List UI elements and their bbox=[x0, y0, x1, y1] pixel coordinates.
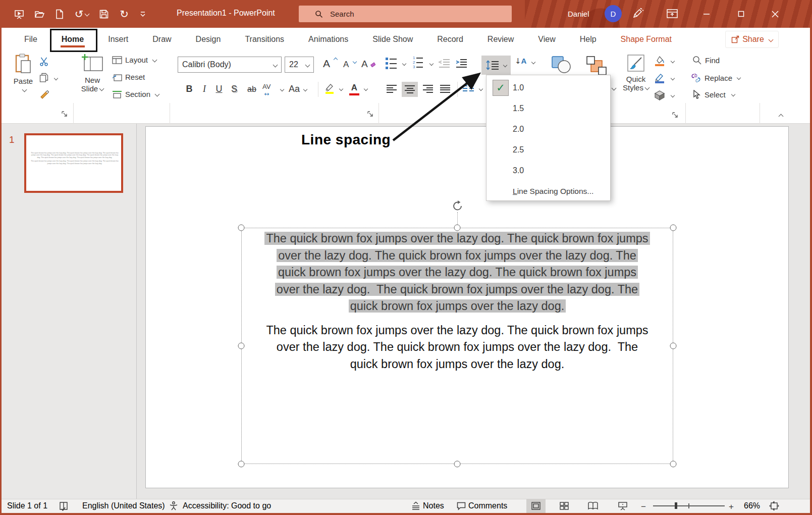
accessibility-icon[interactable] bbox=[169, 501, 179, 513]
minimize-button[interactable] bbox=[691, 0, 722, 28]
new-file-icon[interactable] bbox=[49, 4, 70, 24]
find-button[interactable]: Find bbox=[692, 56, 720, 65]
tab-design[interactable]: Design bbox=[184, 28, 233, 50]
font-name-combo[interactable]: Calibri (Body) bbox=[178, 57, 282, 73]
text-highlight-button[interactable] bbox=[324, 83, 335, 96]
slide-indicator[interactable]: Slide 1 of 1 bbox=[7, 501, 47, 510]
search-box[interactable]: Search bbox=[299, 6, 512, 22]
zoom-level[interactable]: 66% bbox=[744, 501, 760, 510]
align-center-button[interactable] bbox=[402, 82, 418, 97]
resize-handle-bottom-left[interactable] bbox=[238, 461, 245, 468]
zoom-out-button[interactable]: − bbox=[641, 502, 646, 512]
clear-formatting-button[interactable]: A bbox=[361, 59, 375, 70]
cut-button[interactable] bbox=[39, 57, 49, 69]
slide-sorter-view-button[interactable] bbox=[555, 499, 574, 513]
drawing-dialog-launcher-icon[interactable] bbox=[672, 111, 678, 120]
text-direction-button[interactable]: ↓A bbox=[515, 57, 526, 66]
menu-item-3-0[interactable]: 3.0 bbox=[486, 160, 610, 181]
reading-view-button[interactable] bbox=[583, 499, 603, 513]
align-right-button[interactable] bbox=[423, 85, 433, 93]
section-button[interactable]: Section bbox=[112, 90, 159, 98]
change-case-button[interactable]: Aa bbox=[289, 84, 307, 94]
quick-styles-button[interactable]: Quick Styles bbox=[621, 54, 651, 92]
layout-button[interactable]: Layout bbox=[112, 56, 156, 64]
numbering-button[interactable]: 123 bbox=[413, 56, 423, 69]
resize-handle-top-center[interactable] bbox=[454, 225, 461, 231]
normal-view-button[interactable] bbox=[526, 499, 546, 513]
tab-shape-format[interactable]: Shape Format bbox=[609, 28, 684, 50]
tab-view[interactable]: View bbox=[526, 28, 567, 50]
resize-handle-middle-right[interactable] bbox=[670, 343, 677, 349]
justify-button[interactable] bbox=[440, 85, 450, 93]
select-button[interactable]: Select bbox=[692, 90, 735, 99]
comments-icon[interactable] bbox=[456, 501, 466, 513]
zoom-in-button[interactable]: + bbox=[729, 502, 734, 512]
notes-icon[interactable] bbox=[411, 501, 421, 513]
slide-thumbnail[interactable]: The quick brown fox jumps over the lazy … bbox=[24, 133, 123, 193]
bold-button[interactable]: B bbox=[183, 84, 196, 94]
tab-record[interactable]: Record bbox=[425, 28, 475, 50]
user-avatar[interactable]: D bbox=[605, 5, 622, 22]
tab-help[interactable]: Help bbox=[568, 28, 609, 50]
tab-file[interactable]: File bbox=[12, 28, 49, 50]
resize-handle-bottom-center[interactable] bbox=[454, 461, 461, 468]
resize-handle-top-left[interactable] bbox=[238, 225, 245, 231]
strikethrough-button[interactable]: ab bbox=[244, 85, 259, 94]
language-indicator[interactable]: English (United States) bbox=[82, 501, 165, 510]
grow-font-button[interactable]: A bbox=[323, 58, 337, 70]
replace-button[interactable]: b c Replace bbox=[690, 73, 740, 83]
undo-button[interactable]: ↺ bbox=[70, 4, 94, 24]
resize-handle-middle-left[interactable] bbox=[238, 343, 245, 349]
menu-item-1-0[interactable]: ✓ 1.0 bbox=[486, 77, 610, 98]
collapse-ribbon-icon[interactable] bbox=[777, 112, 783, 121]
align-left-button[interactable] bbox=[387, 85, 397, 93]
open-file-icon[interactable] bbox=[29, 4, 49, 24]
menu-item-2-5[interactable]: 2.5 bbox=[486, 139, 610, 160]
share-button[interactable]: Share bbox=[725, 31, 779, 48]
line-spacing-button[interactable] bbox=[481, 56, 511, 75]
close-button[interactable] bbox=[760, 0, 790, 28]
save-button[interactable] bbox=[94, 4, 114, 24]
tab-slide-show[interactable]: Slide Show bbox=[360, 28, 425, 50]
increase-indent-button[interactable] bbox=[455, 59, 467, 70]
shrink-font-button[interactable]: A bbox=[343, 60, 356, 70]
paste-button[interactable]: Paste bbox=[9, 54, 37, 94]
shape-outline-button[interactable] bbox=[654, 73, 665, 86]
maximize-button[interactable] bbox=[726, 0, 756, 28]
resize-handle-top-right[interactable] bbox=[670, 225, 677, 231]
font-color-button[interactable]: A bbox=[349, 83, 359, 95]
notes-toggle[interactable]: Notes bbox=[423, 501, 444, 510]
zoom-slider-thumb[interactable] bbox=[675, 502, 677, 509]
bullets-button[interactable] bbox=[386, 58, 397, 69]
customize-qat-icon[interactable] bbox=[134, 4, 151, 24]
italic-button[interactable]: I bbox=[199, 84, 210, 94]
menu-item-line-spacing-options[interactable]: Line Spacing Options... bbox=[486, 181, 610, 201]
tab-draw[interactable]: Draw bbox=[140, 28, 183, 50]
slide-text[interactable]: The quick brown fox jumps over the lazy … bbox=[242, 230, 673, 373]
slideshow-view-button[interactable] bbox=[613, 499, 632, 513]
comments-toggle[interactable]: Comments bbox=[468, 501, 507, 510]
redo-icon[interactable]: ↻ bbox=[114, 4, 134, 24]
shape-effects-button[interactable] bbox=[654, 90, 665, 103]
shape-fill-button[interactable] bbox=[654, 56, 665, 69]
copy-button[interactable] bbox=[39, 73, 48, 85]
menu-item-1-5[interactable]: 1.5 bbox=[486, 98, 610, 119]
user-name[interactable]: Daniel bbox=[568, 10, 589, 18]
rotate-handle-icon[interactable] bbox=[452, 200, 464, 214]
clipboard-dialog-launcher-icon[interactable] bbox=[62, 110, 68, 119]
new-slide-button[interactable]: New Slide bbox=[78, 54, 107, 93]
menu-item-2-0[interactable]: 2.0 bbox=[486, 119, 610, 139]
format-painter-button[interactable] bbox=[39, 90, 49, 102]
start-slideshow-icon[interactable] bbox=[9, 4, 29, 24]
character-spacing-button[interactable]: AV ↔ bbox=[262, 83, 270, 97]
reset-button[interactable]: Reset bbox=[112, 73, 145, 81]
tab-insert[interactable]: Insert bbox=[96, 28, 140, 50]
columns-button[interactable] bbox=[462, 85, 474, 95]
font-size-combo[interactable]: 22 bbox=[285, 57, 314, 73]
accessibility-status[interactable]: Accessibility: Good to go bbox=[183, 501, 271, 510]
font-dialog-launcher-icon[interactable] bbox=[367, 110, 373, 119]
spell-check-icon[interactable] bbox=[59, 501, 69, 513]
ribbon-display-options-icon[interactable] bbox=[666, 8, 678, 21]
text-shadow-button[interactable]: S bbox=[228, 84, 240, 94]
tab-transitions[interactable]: Transitions bbox=[233, 28, 296, 50]
